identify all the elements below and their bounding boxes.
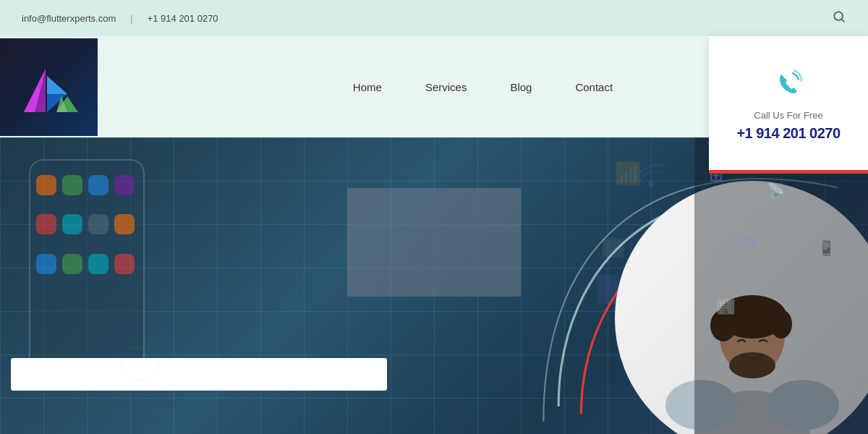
app-icon-7: [88, 214, 109, 234]
app-icon-2: [62, 175, 82, 195]
email-text: info@flutterxperts.com: [22, 13, 116, 24]
app-icon-5: [36, 214, 56, 234]
cta-box: Call Us For Free +1 914 201 0270: [709, 36, 868, 174]
phone-frame: [29, 159, 145, 376]
hero-input-bar[interactable]: [11, 358, 387, 391]
app-icon-12: [114, 254, 135, 274]
hex-decoration: [109, 344, 195, 420]
cta-phone-number[interactable]: +1 914 201 0270: [736, 125, 840, 142]
top-bar-left: info@flutterxperts.com | +1 914 201 0270: [22, 13, 218, 24]
svg-line-1: [842, 19, 845, 22]
svg-text:📱: 📱: [817, 239, 835, 257]
app-icon-3: [88, 175, 109, 195]
app-icon-10: [62, 254, 82, 274]
nav-contact[interactable]: Contact: [575, 81, 613, 93]
top-bar: info@flutterxperts.com | +1 914 201 0270: [0, 0, 868, 36]
app-icon-1: [36, 175, 56, 195]
svg-marker-5: [47, 76, 67, 94]
phone-text: +1 914 201 0270: [148, 13, 218, 24]
hero-section: 📶 🖥 📱 🏢 ⌨: [0, 137, 868, 434]
right-icons-svg: ⊞ 📡 🖥 ⌨ 📱 🏢: [694, 137, 868, 434]
nav-services[interactable]: Services: [425, 81, 467, 93]
svg-text:📡: 📡: [767, 182, 785, 199]
logo-svg: [17, 54, 82, 119]
app-icon-11: [88, 254, 109, 274]
svg-text:🏢: 🏢: [716, 296, 736, 315]
header: Home Services Blog Contact Call Us For F…: [0, 36, 868, 137]
divider: |: [130, 13, 132, 24]
svg-point-0: [834, 12, 843, 20]
nav-blog[interactable]: Blog: [510, 81, 532, 93]
nav-home[interactable]: Home: [353, 81, 382, 93]
cta-bottom-bar: [709, 170, 868, 174]
phone-ring-icon: [774, 69, 803, 104]
search-icon[interactable]: [832, 9, 846, 27]
svg-marker-20: [119, 348, 159, 380]
phone-screen: [30, 161, 143, 375]
cta-label: Call Us For Free: [754, 110, 822, 121]
right-dark-overlay: ⊞ 📡 🖥 ⌨ 📱 🏢: [694, 137, 868, 434]
svg-text:⌨: ⌨: [738, 234, 757, 249]
app-icon-6: [62, 214, 82, 234]
logo[interactable]: [0, 38, 98, 136]
app-icon-4: [114, 175, 135, 195]
center-placeholder: [347, 188, 521, 297]
app-icon-8: [114, 214, 135, 234]
app-icon-9: [36, 254, 56, 274]
logo-shapes: [17, 54, 82, 119]
svg-marker-21: [148, 384, 188, 416]
